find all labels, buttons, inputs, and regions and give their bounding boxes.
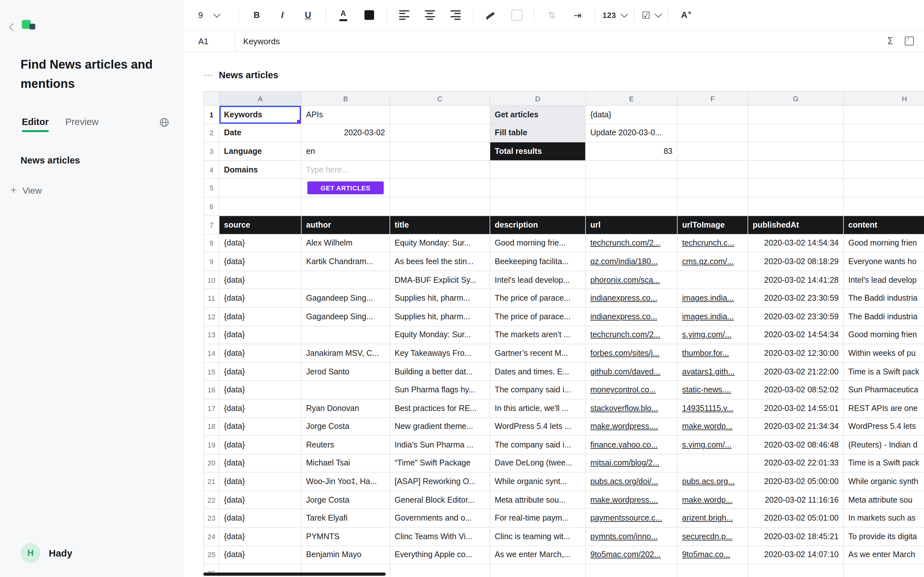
- cell-A10[interactable]: {data}: [219, 271, 301, 289]
- cell-H2[interactable]: [843, 124, 924, 142]
- cell-E20[interactable]: mjtsai.com/blog/2...: [586, 454, 677, 472]
- cell-F11[interactable]: images.india...: [677, 289, 748, 308]
- cell-G26[interactable]: [748, 564, 843, 577]
- cell-F13[interactable]: s.yimg.com/...: [677, 326, 748, 344]
- cell-G10[interactable]: 2020-03-02 14:41:28: [748, 271, 843, 289]
- cell-C4[interactable]: [390, 161, 490, 179]
- cell-F8[interactable]: techcrunch.c...: [677, 234, 748, 252]
- row-header-6[interactable]: 6: [204, 197, 219, 216]
- cell-F19[interactable]: s.yimg.com/...: [677, 436, 748, 454]
- cell-F5[interactable]: [677, 179, 748, 197]
- cell-F2[interactable]: [677, 124, 748, 142]
- cell-G24[interactable]: 2020-03-02 18:45:21: [748, 527, 843, 546]
- cell-G13[interactable]: 2020-03-02 14:54:34: [748, 326, 843, 344]
- cell-F3[interactable]: [677, 142, 748, 160]
- cell-A21[interactable]: {data}: [219, 472, 301, 491]
- cell-D8[interactable]: Good morning frie...: [490, 234, 586, 252]
- cell-F4[interactable]: [677, 161, 748, 179]
- cell-C5[interactable]: [390, 179, 490, 197]
- cell-C18[interactable]: New gradient theme...: [390, 417, 490, 436]
- cell-G9[interactable]: 2020-03-02 08:18:29: [748, 252, 843, 271]
- italic-button[interactable]: I: [270, 4, 295, 26]
- cell-A16[interactable]: {data}: [219, 381, 301, 399]
- cell-G19[interactable]: 2020-03-02 08:46:48: [748, 436, 843, 454]
- cell-A8[interactable]: {data}: [219, 234, 301, 252]
- cell-D2[interactable]: Fill table: [490, 124, 586, 142]
- column-header-H[interactable]: H: [843, 91, 924, 105]
- cell-G11[interactable]: 2020-03-02 23:30:59: [748, 289, 843, 308]
- cell-C26[interactable]: [390, 564, 490, 577]
- cell-D7[interactable]: description: [490, 216, 586, 234]
- cell-H10[interactable]: Intel's lead develop: [843, 271, 924, 289]
- cell-G8[interactable]: 2020-03-02 14:54:34: [748, 234, 843, 252]
- bold-button[interactable]: B: [244, 4, 270, 26]
- cell-A11[interactable]: {data}: [219, 289, 301, 308]
- cell-D6[interactable]: [490, 197, 586, 216]
- cell-A3[interactable]: Language: [219, 142, 301, 160]
- cell-A15[interactable]: {data}: [219, 362, 301, 380]
- cell-B4[interactable]: Type here...: [301, 161, 390, 179]
- cell-E19[interactable]: finance.yahoo.co...: [586, 436, 677, 454]
- text-color-swatch[interactable]: [356, 4, 382, 26]
- cell-A4[interactable]: Domains: [219, 161, 301, 179]
- cell-F18[interactable]: make.wordp...: [677, 417, 748, 436]
- tab-editor[interactable]: Editor: [22, 117, 49, 132]
- cell-C13[interactable]: Equity Monday: Sur...: [390, 326, 490, 344]
- cell-D26[interactable]: [490, 564, 586, 577]
- cell-E12[interactable]: indianexpress.co...: [586, 308, 677, 326]
- cell-B16[interactable]: [301, 381, 390, 399]
- vertical-align-button[interactable]: ⇅: [539, 4, 565, 26]
- cell-A1[interactable]: Keywords: [219, 105, 301, 124]
- cell-F1[interactable]: [677, 105, 748, 124]
- cell-G16[interactable]: 2020-03-02 08:52:02: [748, 381, 843, 399]
- number-format-dropdown[interactable]: 123: [600, 11, 630, 19]
- cell-E26[interactable]: [586, 564, 677, 577]
- cell-E17[interactable]: stackoverflow.blo...: [586, 399, 677, 417]
- formula-input[interactable]: Keywords: [236, 36, 887, 46]
- cell-F17[interactable]: 149351115.v...: [677, 399, 748, 417]
- cell-D18[interactable]: WordPress 5.4 lets ...: [490, 417, 586, 436]
- row-header-4[interactable]: 4: [204, 161, 219, 179]
- sidebar-item-news-articles[interactable]: News articles: [21, 155, 182, 165]
- cell-C8[interactable]: Equity Monday: Sur...: [390, 234, 490, 252]
- cell-B5[interactable]: GET ARTICLES: [301, 179, 390, 197]
- cell-F9[interactable]: cms.qz.com/...: [677, 252, 748, 271]
- cell-H25[interactable]: As we enter March: [843, 546, 924, 564]
- cell-C23[interactable]: Governments and o...: [390, 509, 490, 527]
- cell-B18[interactable]: Jorge Costa: [301, 417, 390, 436]
- cell-A2[interactable]: Date: [219, 124, 301, 142]
- row-header-15[interactable]: 15: [204, 362, 219, 380]
- cell-reference-box[interactable]: A1: [183, 31, 236, 51]
- cell-H6[interactable]: [843, 197, 924, 216]
- cell-B20[interactable]: Michael Tsai: [301, 454, 390, 472]
- cell-B21[interactable]: Woo-Jin Yoo‡, Ha...: [301, 472, 390, 491]
- cell-A18[interactable]: {data}: [219, 417, 301, 436]
- cell-C20[interactable]: “Time” Swift Package: [390, 454, 490, 472]
- cell-E13[interactable]: techcrunch.com/2...: [586, 326, 677, 344]
- cell-E1[interactable]: {data}: [586, 105, 677, 124]
- cell-D25[interactable]: As we enter March,...: [490, 546, 586, 564]
- cell-H9[interactable]: Everyone wants ho: [843, 252, 924, 271]
- cell-H1[interactable]: [843, 105, 924, 124]
- cell-A13[interactable]: {data}: [219, 326, 301, 344]
- cell-B1[interactable]: APIs: [301, 105, 390, 124]
- cell-H17[interactable]: REST APIs are one: [843, 399, 924, 417]
- cell-C10[interactable]: DMA-BUF Explicit Sy...: [390, 271, 490, 289]
- cell-C2[interactable]: [390, 124, 490, 142]
- cell-E7[interactable]: url: [586, 216, 677, 234]
- column-header-F[interactable]: F: [677, 91, 748, 105]
- back-chevron-icon[interactable]: [9, 23, 17, 31]
- cell-E16[interactable]: moneycontrol.co...: [586, 381, 677, 399]
- cell-G12[interactable]: 2020-03-02 23:30:59: [748, 308, 843, 326]
- cell-C7[interactable]: title: [390, 216, 490, 234]
- cell-G15[interactable]: 2020-03-02 21:22:00: [748, 362, 843, 380]
- row-header-10[interactable]: 10: [204, 271, 219, 289]
- text-wrap-button[interactable]: ⇥: [565, 4, 590, 26]
- row-header-16[interactable]: 16: [204, 381, 219, 399]
- align-right-button[interactable]: [443, 4, 468, 26]
- cell-B8[interactable]: Alex Wilhelm: [301, 234, 390, 252]
- cell-E25[interactable]: 9to5mac.com/202...: [586, 546, 677, 564]
- cell-C1[interactable]: [390, 105, 490, 124]
- row-header-8[interactable]: 8: [204, 234, 219, 252]
- cell-E9[interactable]: qz.com/india/180...: [586, 252, 677, 271]
